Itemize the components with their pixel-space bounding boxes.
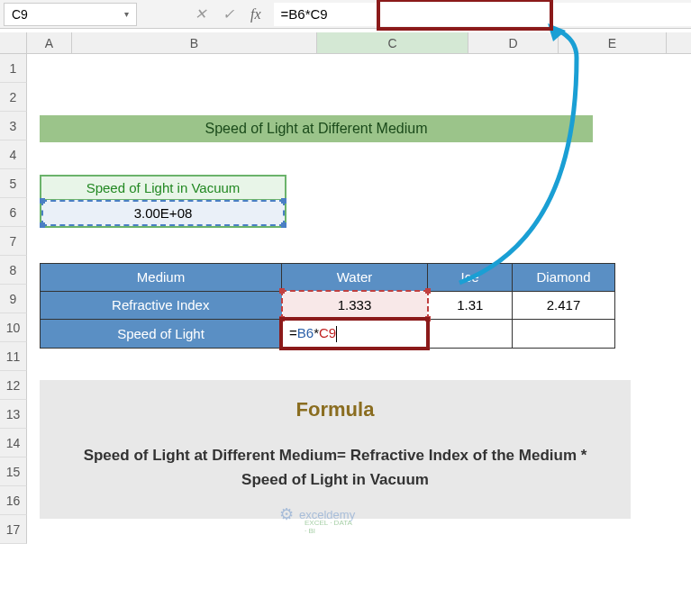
title-banner[interactable]: Speed of Light at Different Medium xyxy=(40,115,593,142)
selection-handle xyxy=(425,288,431,294)
formula-input[interactable]: =B6*C9 xyxy=(274,3,691,26)
header-ice[interactable]: Ice xyxy=(428,264,513,292)
gear-icon: ⚙ xyxy=(279,504,294,524)
formula-description: Speed of Light at Different Medium= Refr… xyxy=(67,443,604,492)
formula-bar: C9 ▾ ✕ ✓ fx =B6*C9 xyxy=(0,0,691,29)
vacuum-label[interactable]: Speed of Light in Vacuum xyxy=(41,177,285,200)
select-all-corner[interactable] xyxy=(0,32,27,53)
row-headers: 1 2 3 4 5 6 7 8 9 10 11 12 13 14 15 16 1… xyxy=(0,54,27,544)
col-header-e[interactable]: E xyxy=(559,32,667,53)
row-label-refractive[interactable]: Refractive Index xyxy=(41,291,282,319)
column-headers: A B C D E xyxy=(0,32,691,54)
row-header[interactable]: 6 xyxy=(0,198,27,227)
cell-c10[interactable]: =B6*C9 xyxy=(282,319,428,349)
row-header[interactable]: 15 xyxy=(0,457,27,486)
row-header[interactable]: 10 xyxy=(0,313,27,342)
watermark: ⚙ exceldemy EXCEL · DATA · BI xyxy=(279,504,355,524)
row-header[interactable]: 2 xyxy=(0,83,27,112)
row-header[interactable]: 1 xyxy=(0,54,27,83)
header-diamond[interactable]: Diamond xyxy=(513,264,615,292)
selection-handle xyxy=(281,198,286,204)
formula-explanation-box: Formula Speed of Light at Different Medi… xyxy=(40,380,631,519)
vacuum-value: 3.00E+08 xyxy=(134,205,193,221)
formula-title: Formula xyxy=(67,398,604,421)
table-row: Refractive Index 1.333 1.31 2.417 xyxy=(41,291,615,319)
row-header[interactable]: 5 xyxy=(0,169,27,198)
formula-bar-icons: ✕ ✓ fx xyxy=(195,5,261,23)
header-medium[interactable]: Medium xyxy=(41,264,282,292)
cell-d10[interactable] xyxy=(428,319,513,349)
row-header[interactable]: 11 xyxy=(0,342,27,371)
vacuum-value-cell[interactable]: 3.00E+08 xyxy=(41,200,285,226)
grid-area: 1 2 3 4 5 6 7 8 9 10 11 12 13 14 15 16 1… xyxy=(0,54,691,544)
row-header[interactable]: 8 xyxy=(0,256,27,285)
col-header-a[interactable]: A xyxy=(27,32,72,53)
selection-handle xyxy=(40,222,45,228)
table-row: Medium Water Ice Diamond xyxy=(41,264,615,292)
row-header[interactable]: 7 xyxy=(0,227,27,256)
selection-handle xyxy=(281,222,286,228)
dropdown-icon[interactable]: ▾ xyxy=(124,9,129,19)
cell-e9[interactable]: 2.417 xyxy=(513,291,615,319)
cell-e10[interactable] xyxy=(513,319,615,349)
cell-c9[interactable]: 1.333 xyxy=(282,291,428,319)
watermark-tag: EXCEL · DATA · BI xyxy=(305,519,355,535)
row-header[interactable]: 9 xyxy=(0,285,27,313)
ref-b6: B6 xyxy=(297,325,314,340)
selection-handle xyxy=(40,198,45,204)
cells-container[interactable]: Speed of Light at Different Medium Speed… xyxy=(27,54,691,544)
text-cursor xyxy=(336,326,337,342)
data-table: Medium Water Ice Diamond Refractive Inde… xyxy=(40,263,615,349)
col-header-b[interactable]: B xyxy=(72,32,317,53)
eq-sign: = xyxy=(289,325,297,340)
name-box[interactable]: C9 ▾ xyxy=(4,3,137,26)
col-header-c[interactable]: C xyxy=(317,32,468,53)
row-label-speed[interactable]: Speed of Light xyxy=(41,319,282,349)
enter-icon[interactable]: ✓ xyxy=(223,5,234,23)
cancel-icon[interactable]: ✕ xyxy=(195,5,206,23)
header-water[interactable]: Water xyxy=(282,264,428,292)
ref-c9: C9 xyxy=(319,325,336,340)
row-header[interactable]: 13 xyxy=(0,400,27,429)
row-header[interactable]: 16 xyxy=(0,486,27,515)
row-header[interactable]: 17 xyxy=(0,515,27,544)
row-header[interactable]: 12 xyxy=(0,371,27,400)
vacuum-box: Speed of Light in Vacuum 3.00E+08 xyxy=(40,175,286,228)
selection-handle xyxy=(279,288,285,294)
formula-text: =B6*C9 xyxy=(281,6,328,22)
row-header[interactable]: 3 xyxy=(0,112,27,140)
row-header[interactable]: 4 xyxy=(0,140,27,169)
table-row: Speed of Light =B6*C9 xyxy=(41,319,615,349)
col-header-d[interactable]: D xyxy=(468,32,559,53)
cell-value: 1.333 xyxy=(338,297,372,313)
name-box-value: C9 xyxy=(12,7,28,22)
row-header[interactable]: 14 xyxy=(0,429,27,457)
cell-d9[interactable]: 1.31 xyxy=(428,291,513,319)
fx-icon[interactable]: fx xyxy=(250,6,261,23)
